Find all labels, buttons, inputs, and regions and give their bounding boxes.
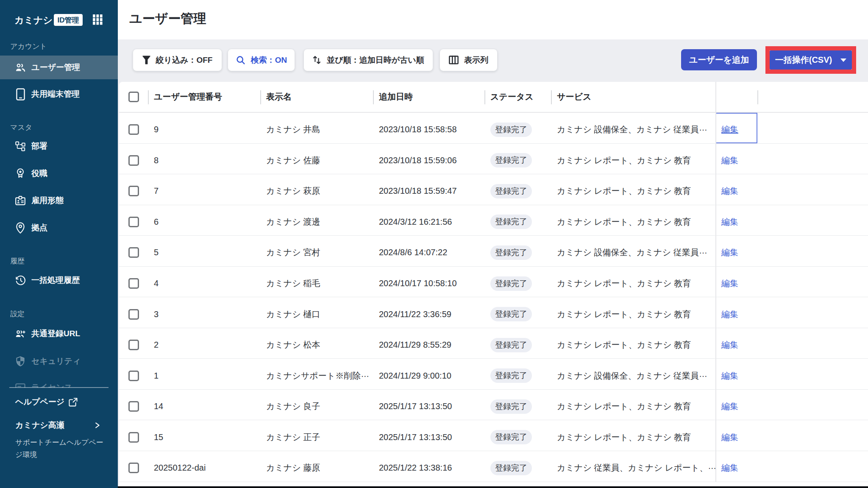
cell-status: 登録完了 (484, 174, 551, 205)
sidebar-item-license[interactable]: ライセンス (0, 376, 118, 388)
column-header-name[interactable]: 表示名 (260, 82, 373, 112)
cell-edit: 編集 (715, 205, 757, 236)
edit-link[interactable]: 編集 (721, 370, 738, 382)
sort-button[interactable]: 並び順：追加日時が古い順 (303, 49, 433, 71)
row-checkbox[interactable] (128, 340, 139, 350)
sidebar-label-history: 履歴 (10, 256, 25, 266)
users-icon (15, 62, 25, 73)
filter-button[interactable]: 絞り込み：OFF (133, 49, 222, 71)
edit-link[interactable]: 編集 (721, 247, 738, 258)
select-all-cell (119, 82, 148, 112)
column-header-services[interactable]: サービス (551, 82, 715, 112)
select-all-checkbox[interactable] (128, 92, 139, 102)
cell-status: 登録完了 (484, 144, 551, 174)
cell-status: 登録完了 (484, 390, 551, 420)
status-badge: 登録完了 (490, 399, 532, 414)
edit-link[interactable]: 編集 (721, 124, 738, 135)
column-header-status[interactable]: ステータス (484, 82, 551, 112)
row-checkbox[interactable] (128, 217, 139, 227)
columns-icon (449, 56, 459, 64)
caret-down-icon (840, 59, 846, 62)
cell-filler (757, 236, 868, 266)
sidebar-item-departments[interactable]: 部署 (0, 134, 118, 158)
cell-added: 2024/11/29 8:55:29 (373, 328, 484, 359)
page-title: ユーザー管理 (129, 10, 206, 28)
edit-link[interactable]: 編集 (721, 309, 738, 320)
row-checkbox[interactable] (128, 247, 139, 258)
sidebar: カミナシ ID管理 アカウントユーザー管理共用端末管理マスタ部署役職雇用形態拠点… (0, 0, 118, 488)
cell-status: 登録完了 (484, 328, 551, 359)
row-checkbox[interactable] (128, 401, 139, 412)
cell-status: 登録完了 (484, 267, 551, 297)
sidebar-item-batch-history[interactable]: 一括処理履歴 (0, 268, 118, 292)
edit-link[interactable]: 編集 (721, 185, 738, 197)
edit-link[interactable]: 編集 (721, 278, 738, 289)
sidebar-item-shared-devices[interactable]: 共用端末管理 (0, 82, 118, 106)
cell-added: 2024/8/6 14:07:22 (373, 236, 484, 266)
edit-link[interactable]: 編集 (721, 216, 738, 228)
history-clock-icon (15, 275, 25, 285)
add-user-button[interactable]: ユーザーを追加 (681, 49, 757, 70)
cell-filler (757, 113, 868, 143)
row-checkbox[interactable] (128, 186, 139, 196)
sidebar-item-positions[interactable]: 役職 (0, 162, 118, 185)
cell-number: 15 (148, 420, 260, 451)
row-checkbox[interactable] (128, 155, 139, 166)
columns-button[interactable]: 表示列 (440, 49, 498, 71)
edit-link[interactable]: 編集 (721, 339, 738, 351)
row-checkbox[interactable] (128, 124, 139, 135)
chevron-right-icon (95, 422, 100, 428)
status-badge: 登録完了 (490, 307, 532, 321)
row-select-cell (119, 113, 148, 143)
column-header-number[interactable]: ユーザー管理番号 (148, 82, 260, 112)
row-checkbox[interactable] (128, 309, 139, 320)
row-checkbox[interactable] (128, 432, 139, 443)
cell-added: 2023/10/18 15:59:06 (373, 144, 484, 174)
table-row: 1カミナシサポート※削除…2024/11/29 9:00:10登録完了カミナシ … (119, 359, 868, 390)
edit-column-border (715, 113, 716, 143)
bulk-operation-button[interactable]: 一括操作(CSV) (770, 50, 852, 70)
row-checkbox[interactable] (128, 371, 139, 381)
sidebar-item-employment-types[interactable]: 雇用形態 (0, 189, 118, 212)
edit-link[interactable]: 編集 (721, 432, 738, 443)
row-select-cell (119, 144, 148, 174)
cell-filler (757, 205, 868, 236)
sidebar-item-common-registration-url[interactable]: 共通登録URL (0, 322, 118, 346)
edit-link[interactable]: 編集 (721, 401, 738, 412)
sidebar-item-security[interactable]: セキュリティ (0, 349, 118, 373)
row-select-cell (119, 451, 148, 482)
row-checkbox[interactable] (128, 278, 139, 289)
cell-edit: 編集 (715, 297, 757, 328)
cell-edit: 編集 (715, 359, 757, 389)
cell-edit: 編集 (715, 236, 757, 266)
row-select-cell (119, 174, 148, 205)
sidebar-item-user-management[interactable]: ユーザー管理 (0, 56, 118, 79)
row-select-cell (119, 420, 148, 451)
column-header-filler (757, 82, 868, 112)
filter-button-label: 絞り込み：OFF (156, 55, 213, 66)
help-page-link[interactable]: ヘルプページ (15, 396, 78, 408)
cell-name: カミナシ 稲毛 (260, 267, 373, 297)
cell-services: カミナシ レポート、カミナシ 教育 (551, 205, 715, 236)
cell-services: カミナシ 設備保全、カミナシ 従業員… (551, 236, 715, 266)
table-row: 14カミナシ 良子2025/1/17 13:13:50登録完了カミナシ レポート… (119, 390, 868, 421)
cell-added: 2025/1/17 13:13:50 (373, 390, 484, 420)
edit-link[interactable]: 編集 (721, 462, 738, 474)
screen: カミナシ ID管理 アカウントユーザー管理共用端末管理マスタ部署役職雇用形態拠点… (0, 0, 868, 488)
row-checkbox[interactable] (128, 463, 139, 473)
cell-edit: 編集 (715, 113, 757, 143)
column-header-edit (715, 82, 757, 112)
sidebar-item-locations[interactable]: 拠点 (0, 216, 118, 240)
row-select-cell (119, 236, 148, 266)
column-header-added[interactable]: 追加日時 (373, 82, 484, 112)
column-divider (148, 90, 149, 104)
cell-services: カミナシ 従業員、カミナシ レポート、… (551, 451, 715, 482)
search-button-label: 検索：ON (251, 55, 287, 66)
edit-link[interactable]: 編集 (721, 155, 738, 166)
search-button[interactable]: 検索：ON (228, 49, 295, 71)
cell-filler (757, 144, 868, 174)
table-body: 9カミナシ 井島2023/10/18 15:58:58登録完了カミナシ 設備保全… (119, 113, 868, 482)
tenant-switcher[interactable]: カミナシ高瀬 (0, 419, 118, 431)
cell-filler (757, 359, 868, 389)
table-row: 3カミナシ 樋口2024/11/22 3:36:59登録完了カミナシ レポート、… (119, 297, 868, 328)
